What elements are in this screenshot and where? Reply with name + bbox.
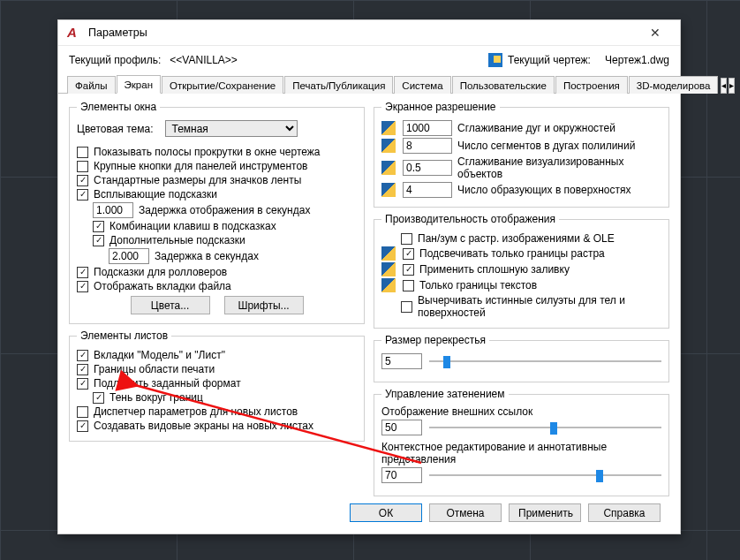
chk-paper-format[interactable] xyxy=(77,378,88,390)
chk-scrollbars[interactable] xyxy=(77,147,88,158)
cancel-button[interactable]: Отмена xyxy=(429,503,502,522)
dwg-var-icon xyxy=(381,183,396,197)
lbl-shadow: Тень вокруг границ xyxy=(109,391,203,404)
dialog-footer: ОК Отмена Применить Справка xyxy=(69,496,669,531)
chk-print-area[interactable] xyxy=(77,364,88,375)
chk-large-buttons[interactable] xyxy=(77,161,88,172)
chk-shadow[interactable] xyxy=(93,392,104,404)
xref-fade-slider[interactable] xyxy=(429,427,661,428)
chk-tooltips[interactable] xyxy=(77,189,88,201)
inplace-fade-input[interactable] xyxy=(381,467,422,483)
inplace-fade-label: Контекстное редактирование и аннотативны… xyxy=(381,441,661,465)
xref-fade-input[interactable] xyxy=(381,420,422,435)
drawing-icon xyxy=(488,53,502,67)
tab-files[interactable]: Файлы xyxy=(67,76,116,94)
chk-model-layout-tabs[interactable] xyxy=(77,350,88,361)
tab-display[interactable]: Экран xyxy=(117,75,161,94)
tab-user[interactable]: Пользовательские xyxy=(452,76,555,94)
lbl-large-buttons: Крупные кнопки для панелей инструментов xyxy=(94,160,307,172)
current-drawing-label: Текущий чертеж: xyxy=(508,54,591,66)
lbl-scrollbars: Показывать полосы прокрутки в окне черте… xyxy=(94,146,321,158)
chk-std-ribbon[interactable] xyxy=(77,175,88,186)
tab-plot[interactable]: Печать/Публикация xyxy=(284,76,393,94)
chk-raster-bounds[interactable] xyxy=(403,248,414,260)
group-display-performance: Производительность отображения Пан/зум с… xyxy=(374,213,669,329)
lbl-pan-zoom: Пан/зум с растр. изображениями & OLE xyxy=(418,232,615,245)
chk-page-mgr[interactable] xyxy=(77,406,88,418)
chk-solid-fill[interactable] xyxy=(403,264,414,276)
close-icon[interactable]: ✕ xyxy=(638,20,673,45)
surf-gen-input[interactable] xyxy=(403,182,452,198)
chk-rollover[interactable] xyxy=(77,267,88,278)
dwg-var-icon xyxy=(381,278,396,292)
current-profile-value: <<VANILLA>> xyxy=(166,54,254,66)
tab-3d[interactable]: 3D-моделирова xyxy=(629,76,719,94)
xref-fade-label: Отображение внешних ссылок xyxy=(381,405,661,418)
polyline-seg-input[interactable] xyxy=(403,138,452,154)
crosshair-slider-thumb[interactable] xyxy=(443,356,450,368)
group-fade-legend: Управление затенением xyxy=(381,388,509,400)
window-title: Параметры xyxy=(88,26,638,39)
lbl-std-ribbon: Стандартные размеры для значков ленты xyxy=(94,174,301,186)
chk-text-bounds[interactable] xyxy=(403,280,414,291)
chk-kbd-combos[interactable] xyxy=(93,221,104,232)
lbl-model-layout-tabs: Вкладки "Модель" и "Лист" xyxy=(94,349,225,361)
apply-button[interactable]: Применить xyxy=(509,503,581,522)
group-crosshair-legend: Размер перекрестья xyxy=(381,334,489,346)
tab-bar: Файлы Экран Открытие/Сохранение Печать/П… xyxy=(58,74,680,94)
group-window-elements-legend: Элементы окна xyxy=(77,101,160,113)
lbl-extra-hints: Дополнительные подсказки xyxy=(109,234,245,246)
tab-system[interactable]: Система xyxy=(394,76,450,94)
lbl-page-mgr: Диспетчер параметров для новых листов xyxy=(94,405,298,418)
color-theme-label: Цветовая тема: xyxy=(77,123,153,135)
lbl-paper-format: Подложить заданный формат xyxy=(94,377,241,390)
titlebar: Параметры ✕ xyxy=(58,20,680,46)
lbl-tooltips: Всплывающие подсказки xyxy=(94,188,217,201)
rendered-smooth-input[interactable] xyxy=(403,160,452,176)
ok-button[interactable]: ОК xyxy=(350,503,422,522)
group-screen-resolution: Экранное разрешение Сглаживание дуг и ок… xyxy=(374,101,669,208)
inplace-fade-thumb[interactable] xyxy=(596,470,603,482)
group-display-performance-legend: Производительность отображения xyxy=(381,213,559,225)
current-drawing-value: Чертеж1.dwg xyxy=(605,54,669,66)
group-fade-control: Управление затенением Отображение внешни… xyxy=(374,388,669,496)
xref-fade-thumb[interactable] xyxy=(550,422,557,435)
crosshair-input[interactable] xyxy=(381,353,422,369)
group-layout-elements-legend: Элементы листов xyxy=(77,329,171,342)
lbl-raster-bounds: Подсвечивать только границы растра xyxy=(419,247,605,260)
help-button[interactable]: Справка xyxy=(588,503,661,522)
lbl-surf-gen: Число образующих в поверхностях xyxy=(457,184,631,196)
lbl-tooltip-delay: Задержка отображения в секундах xyxy=(139,204,310,216)
lbl-extra-delay: Задержка в секундах xyxy=(155,250,259,262)
crosshair-slider[interactable] xyxy=(429,360,661,362)
lbl-create-viewports: Создавать видовые экраны на новых листах xyxy=(94,420,313,432)
tab-drafting[interactable]: Построения xyxy=(555,76,628,94)
dwg-var-icon xyxy=(381,246,396,261)
tab-open-save[interactable]: Открытие/Сохранение xyxy=(162,76,283,94)
colors-button[interactable]: Цвета... xyxy=(131,296,210,314)
chk-create-viewports[interactable] xyxy=(77,420,88,432)
group-crosshair-size: Размер перекрестья xyxy=(374,334,669,382)
color-theme-select[interactable]: Темная xyxy=(165,120,298,137)
arc-smooth-input[interactable] xyxy=(403,120,452,136)
group-layout-elements: Элементы листов Вкладки "Модель" и "Лист… xyxy=(69,329,365,442)
chk-true-silhouettes[interactable] xyxy=(401,301,412,313)
lbl-solid-fill: Применить сплошную заливку xyxy=(419,263,570,276)
group-screen-resolution-legend: Экранное разрешение xyxy=(381,101,500,113)
tab-scroll-right[interactable]: ▸ xyxy=(729,78,735,94)
chk-extra-hints[interactable] xyxy=(93,235,104,246)
tooltip-delay-input[interactable] xyxy=(93,202,133,218)
lbl-rendered-smooth: Сглаживание визуализированных объектов xyxy=(457,155,661,180)
chk-file-tabs[interactable] xyxy=(77,281,88,292)
dwg-var-icon xyxy=(381,262,396,276)
inplace-fade-slider[interactable] xyxy=(429,474,661,476)
lbl-true-silhouettes: Вычерчивать истинные силуэты для тел и п… xyxy=(418,294,647,319)
extra-delay-input[interactable] xyxy=(109,248,149,264)
lbl-text-bounds: Только границы текстов xyxy=(419,279,537,291)
lbl-rollover: Подсказки для ролловеров xyxy=(94,266,227,278)
chk-pan-zoom[interactable] xyxy=(401,233,412,245)
tab-scroll-left[interactable]: ◂ xyxy=(721,78,727,94)
lbl-kbd-combos: Комбинации клавиш в подсказках xyxy=(109,220,276,232)
group-window-elements: Элементы окна Цветовая тема: Темная Пока… xyxy=(69,101,365,324)
fonts-button[interactable]: Шрифты... xyxy=(224,296,304,314)
